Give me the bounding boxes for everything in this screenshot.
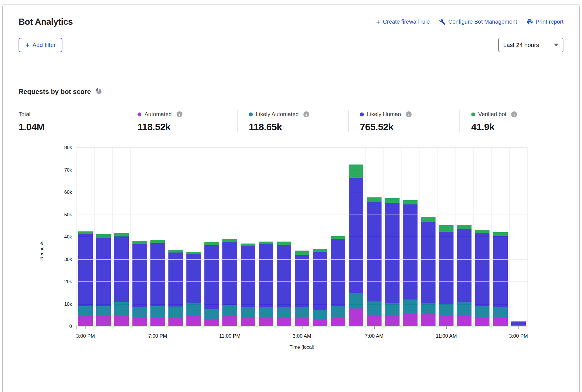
stacked-bar bbox=[403, 148, 418, 326]
section-title: Requests by bot score bbox=[19, 88, 91, 96]
stacked-bar bbox=[204, 148, 219, 326]
segment-automated bbox=[259, 318, 273, 326]
segment-verified-bot bbox=[150, 240, 165, 243]
segment-likely-automated bbox=[475, 306, 490, 317]
bar-9:00 PM bbox=[185, 148, 203, 326]
segment-verified-bot bbox=[331, 236, 345, 239]
gridline-h bbox=[76, 192, 527, 192]
segment-likely-automated bbox=[222, 305, 237, 316]
segment-automated bbox=[114, 316, 129, 326]
x-tick-label: 11:00 PM bbox=[219, 333, 241, 339]
segment-automated bbox=[493, 317, 508, 326]
configure-bot-management-label: Configure Bot Management bbox=[448, 19, 517, 25]
x-tick-label: 3:00 PM bbox=[76, 333, 95, 339]
segment-likely-human bbox=[511, 322, 526, 325]
add-filter-button[interactable]: + Add filter bbox=[19, 38, 62, 52]
segment-likely-automated bbox=[277, 307, 291, 318]
segment-automated bbox=[313, 319, 327, 326]
likely-automated-dot-icon bbox=[249, 112, 253, 116]
segment-likely-automated bbox=[186, 303, 201, 315]
automated-dot-icon bbox=[137, 112, 141, 116]
create-firewall-rule-link[interactable]: + Create firewall rule bbox=[376, 19, 430, 25]
segment-likely-automated bbox=[403, 299, 418, 313]
segment-verified-bot bbox=[114, 233, 129, 237]
segment-likely-automated bbox=[439, 304, 454, 315]
segment-automated bbox=[168, 318, 183, 326]
segment-likely-human bbox=[421, 222, 436, 303]
bar-10:00 AM bbox=[419, 148, 437, 326]
info-icon[interactable]: i bbox=[406, 111, 412, 117]
stat-likely-automated-label: Likely Automated bbox=[256, 111, 299, 118]
requests-by-bot-score-chart: Requests Time (local) 010k20k30k40k50k60… bbox=[34, 136, 548, 361]
segment-likely-human bbox=[385, 203, 400, 303]
stat-verified-bot-value: 41.9k bbox=[471, 121, 563, 132]
gridline-h bbox=[76, 215, 527, 215]
bar-4:00 PM bbox=[94, 148, 112, 326]
segment-automated bbox=[150, 317, 165, 326]
add-filter-label: Add filter bbox=[32, 42, 56, 48]
time-range-value: Last 24 hours bbox=[503, 42, 539, 48]
segment-likely-human bbox=[204, 245, 219, 309]
segment-verified-bot bbox=[132, 241, 147, 244]
segment-likely-human bbox=[457, 229, 472, 302]
bar-5:00 PM bbox=[112, 148, 130, 326]
gridline-h bbox=[76, 237, 527, 237]
info-icon[interactable]: i bbox=[303, 111, 309, 117]
segment-likely-automated bbox=[493, 307, 508, 317]
segment-automated bbox=[277, 318, 291, 326]
gridline-h bbox=[76, 147, 527, 148]
segment-verified-bot bbox=[259, 242, 273, 244]
chevron-down-icon bbox=[554, 44, 558, 46]
y-tick-label: 50k bbox=[38, 212, 72, 218]
stacked-bar bbox=[367, 148, 382, 326]
stacked-bar bbox=[313, 148, 327, 326]
bar-1:00 PM bbox=[473, 148, 491, 326]
bar-2:00 AM bbox=[275, 148, 293, 326]
segment-likely-automated bbox=[349, 293, 363, 308]
bar-9:00 AM bbox=[401, 148, 419, 326]
print-report-link[interactable]: Print report bbox=[527, 19, 563, 25]
plot-area: Time (local) 010k20k30k40k50k60k70k80k3:… bbox=[76, 148, 527, 326]
bar-2:00 PM bbox=[491, 148, 509, 326]
bar-8:00 PM bbox=[167, 148, 185, 326]
segment-automated bbox=[457, 315, 472, 326]
bars-container bbox=[76, 148, 527, 326]
axis-tick bbox=[374, 326, 375, 329]
segment-likely-automated bbox=[421, 303, 436, 314]
stacked-bar bbox=[421, 148, 436, 326]
bar-4:00 AM bbox=[311, 148, 329, 326]
plus-icon: + bbox=[25, 42, 30, 48]
segment-verified-bot bbox=[439, 225, 454, 232]
segment-verified-bot bbox=[403, 200, 418, 204]
segment-verified-bot bbox=[475, 230, 490, 233]
stat-automated-value: 118.52k bbox=[137, 121, 237, 132]
time-range-select[interactable]: Last 24 hours bbox=[498, 38, 563, 52]
axis-tick bbox=[76, 326, 77, 329]
info-icon[interactable]: i bbox=[511, 111, 517, 117]
stacked-bar bbox=[475, 148, 490, 326]
stacked-bar bbox=[331, 148, 345, 326]
stacked-bar bbox=[295, 148, 309, 326]
stat-likely-human-label: Likely Human bbox=[367, 111, 401, 118]
configure-bot-management-link[interactable]: Configure Bot Management bbox=[439, 19, 517, 25]
segment-likely-human bbox=[331, 239, 345, 306]
segment-likely-automated bbox=[241, 307, 255, 318]
bar-7:00 PM bbox=[149, 148, 167, 326]
bar-10:00 PM bbox=[203, 148, 221, 326]
bar-11:00 AM bbox=[437, 148, 455, 326]
stacked-bar bbox=[259, 148, 273, 326]
bar-8:00 AM bbox=[383, 148, 401, 326]
info-icon[interactable]: i bbox=[177, 111, 182, 117]
segment-likely-automated bbox=[295, 307, 309, 318]
x-tick-label: 7:00 PM bbox=[148, 333, 167, 339]
axis-tick bbox=[302, 326, 303, 329]
segment-likely-automated bbox=[132, 307, 147, 317]
segment-automated bbox=[295, 318, 309, 326]
stacked-bar bbox=[349, 148, 363, 326]
segment-likely-automated bbox=[331, 306, 345, 318]
axis-tick bbox=[230, 326, 230, 329]
likely-human-dot-icon bbox=[360, 112, 364, 116]
gridline-h bbox=[76, 170, 527, 170]
stacked-bar bbox=[114, 148, 129, 326]
segment-likely-automated bbox=[204, 309, 219, 319]
